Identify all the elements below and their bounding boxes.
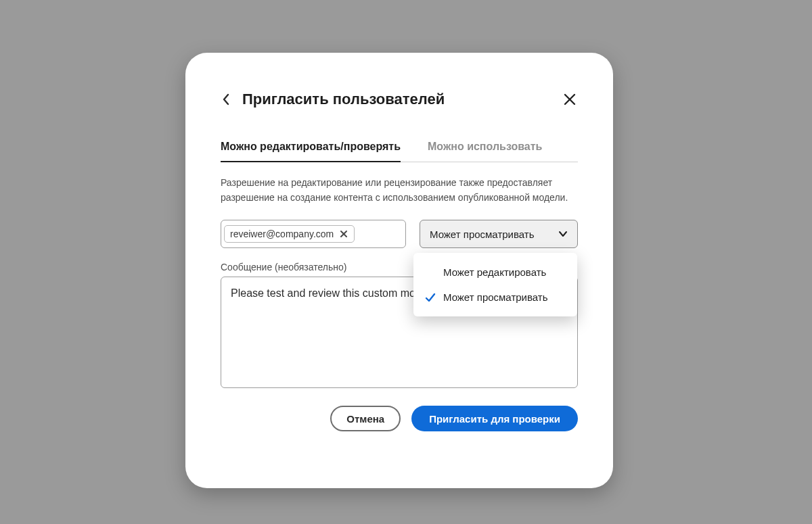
invite-button[interactable]: Пригласить для проверки — [411, 406, 578, 431]
dialog-header: Пригласить пользователей — [221, 88, 578, 111]
permission-tabs: Можно редактировать/проверять Можно испо… — [221, 141, 578, 162]
permission-option-label: Может редактировать — [443, 266, 546, 278]
app-backdrop: Пригласить пользователей Можно редактиро… — [0, 0, 812, 524]
permission-option-label: Может просматривать — [443, 291, 547, 303]
cancel-button[interactable]: Отмена — [330, 406, 401, 431]
back-button[interactable] — [221, 93, 233, 105]
recipient-chip-label: reveiwer@company.com — [230, 229, 334, 239]
recipients-input[interactable]: reveiwer@company.com — [221, 220, 406, 248]
tab-can-use[interactable]: Можно использовать — [428, 141, 542, 162]
permission-select[interactable]: Может просматривать Может редактировать … — [420, 220, 578, 248]
chevron-down-icon — [558, 229, 568, 239]
invite-users-dialog: Пригласить пользователей Можно редактиро… — [185, 53, 613, 488]
dialog-title-wrap: Пригласить пользователей — [221, 91, 445, 108]
close-icon — [563, 93, 577, 106]
remove-recipient-button[interactable] — [339, 229, 348, 239]
option-check-slot — [424, 292, 436, 303]
dialog-actions: Отмена Пригласить для проверки — [221, 406, 578, 431]
permission-option-edit[interactable]: Может редактировать — [413, 260, 577, 285]
permission-select-label: Может просматривать — [430, 229, 534, 240]
close-icon — [340, 230, 348, 238]
recipients-row: reveiwer@company.com Может просматривать… — [221, 220, 578, 248]
dialog-title: Пригласить пользователей — [242, 91, 445, 108]
close-button[interactable] — [562, 91, 578, 108]
recipient-chip: reveiwer@company.com — [224, 225, 355, 243]
tab-edit-review[interactable]: Можно редактировать/проверять — [221, 141, 401, 162]
chevron-left-icon — [222, 93, 231, 105]
permission-dropdown: Может редактировать Может просматривать — [413, 253, 577, 316]
check-icon — [425, 292, 436, 303]
permission-description: Разрешение на редактирование или рецензи… — [221, 176, 578, 205]
permission-option-view[interactable]: Может просматривать — [413, 285, 577, 310]
